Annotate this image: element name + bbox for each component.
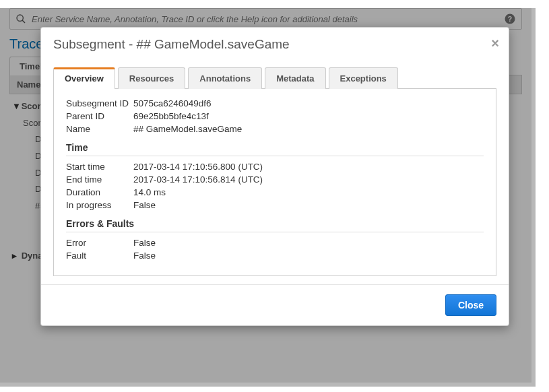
value-error: False [133, 238, 484, 248]
close-icon[interactable]: × [491, 36, 499, 51]
tab-exceptions[interactable]: Exceptions [329, 67, 398, 89]
section-errors: Errors & Faults [66, 218, 484, 229]
value-parent-id: 69e25bb5bfe4c13f [133, 111, 484, 121]
tab-overview[interactable]: Overview [53, 67, 115, 89]
label-error: Error [66, 238, 133, 248]
modal-title: Subsegment - ## GameModel.saveGame [53, 37, 290, 51]
value-fault: False [133, 251, 484, 261]
value-name: ## GameModel.saveGame [133, 124, 484, 134]
subsegment-modal: Subsegment - ## GameModel.saveGame × Ove… [40, 27, 509, 326]
value-in-progress: False [133, 200, 484, 210]
modal-header: Subsegment - ## GameModel.saveGame × [41, 28, 509, 67]
close-button[interactable]: Close [445, 294, 496, 316]
value-subsegment-id: 5075ca6246049df6 [133, 98, 484, 108]
divider [66, 156, 484, 156]
tab-metadata[interactable]: Metadata [265, 67, 325, 89]
label-in-progress: In progress [66, 200, 133, 210]
modal-footer: Close [41, 284, 509, 325]
section-time: Time [66, 142, 484, 153]
label-end-time: End time [66, 174, 133, 185]
label-parent-id: Parent ID [66, 111, 133, 121]
value-end-time: 2017-03-14 17:10:56.814 (UTC) [133, 174, 484, 185]
divider [66, 232, 484, 232]
value-start-time: 2017-03-14 17:10:56.800 (UTC) [133, 162, 484, 172]
tab-annotations[interactable]: Annotations [188, 67, 262, 89]
label-start-time: Start time [66, 162, 133, 172]
label-subsegment-id: Subsegment ID [66, 98, 133, 108]
label-fault: Fault [66, 251, 133, 261]
value-duration: 14.0 ms [133, 187, 484, 197]
overview-panel: Subsegment ID5075ca6246049df6 Parent ID6… [53, 89, 496, 276]
label-duration: Duration [66, 187, 133, 197]
tab-resources[interactable]: Resources [118, 67, 185, 89]
label-name: Name [66, 124, 133, 134]
modal-tabs: Overview Resources Annotations Metadata … [53, 67, 496, 89]
